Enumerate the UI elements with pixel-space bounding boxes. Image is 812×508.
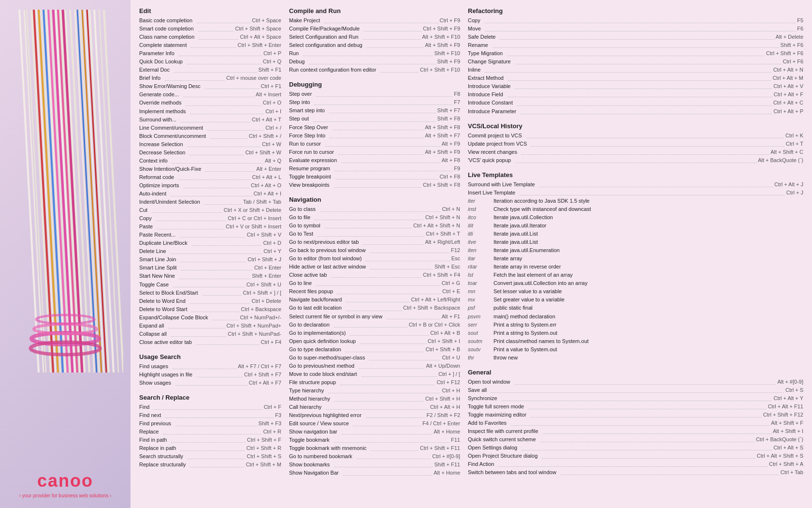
- table-row: Navigate back/forwardCtrl + Alt + Left/R…: [289, 296, 460, 304]
- shortcut-name: Go to previous/next method: [289, 362, 357, 370]
- lt-description: Check type with instanceof and downcast: [490, 205, 803, 213]
- shortcut-name: Paste Recent...: [139, 231, 178, 239]
- table-row: Step outShift + F8: [289, 115, 460, 123]
- shortcut-key: Ctrl + Shift + F12: [763, 411, 803, 419]
- table-row: Go to previous/next methodAlt + Up/Down: [289, 362, 460, 370]
- shortcut-key: Ctrl + X or Shift + Delete: [224, 206, 281, 214]
- lt-description: public static final: [490, 304, 803, 312]
- shortcut-name: Go back to previous tool window: [289, 246, 368, 254]
- table-row: Introduce ParameterCtrl + Alt + P: [468, 107, 803, 116]
- shortcut-name: Delete to Word Start: [139, 305, 190, 314]
- table-row: Show bookmarksShift + F11: [289, 461, 460, 469]
- shortcut-key: F6: [797, 25, 803, 33]
- table-row: Smart code completionCtrl + Shift + Spac…: [139, 25, 281, 33]
- debugging-section: Debugging Step overF8Step intoF7Smart st…: [289, 81, 460, 189]
- lt-description: Print class/method names to System.out: [490, 337, 803, 345]
- shortcut-key: Tab / Shift + Tab: [243, 198, 281, 206]
- refactoring-rows: CopyF5MoveF6Safe DeleteAlt + DeleteRenam…: [468, 16, 803, 116]
- shortcut-key: Ctrl + Alt + Y: [773, 394, 803, 403]
- table-row: Close active editor tabCtrl + F4: [139, 338, 281, 346]
- shortcut-key: Shift + F11: [434, 461, 460, 469]
- shortcut-name: Show navigation bar: [289, 428, 340, 436]
- lt-abbreviation: thr: [468, 354, 490, 362]
- shortcut-key: Shift + Esc: [435, 263, 460, 271]
- shortcut-name: Run to cursor: [289, 140, 324, 148]
- shortcut-key: F2 / Shift + F2: [427, 411, 460, 419]
- shortcut-key: F5: [797, 16, 803, 25]
- shortcut-name: File structure popup: [289, 378, 339, 387]
- shortcut-name: Increase Selection: [139, 140, 186, 149]
- table-row: Go to lineCtrl + G: [289, 279, 460, 287]
- shortcut-name: Go to Test: [289, 230, 316, 238]
- live-template-row: itcoIterate java.util.Collection: [468, 213, 803, 222]
- shortcut-key: Ctrl + NumPad+/-: [240, 314, 281, 322]
- shortcut-name: Toggle breakpoint: [289, 173, 334, 181]
- lt-description: Iterate java.util.Collection: [490, 213, 803, 222]
- search-replace-section: Search / Replace FindCtrl + FFind nextF3…: [139, 394, 281, 469]
- shortcut-key: Ctrl + Shift + F8: [423, 181, 460, 189]
- shortcut-key: F9: [454, 164, 460, 173]
- table-row: Evaluate expressionAlt + F8: [289, 156, 460, 164]
- table-row: Toggle bookmark with mnemonicCtrl + Shif…: [289, 444, 460, 452]
- table-row: Complete statementCtrl + Shift + Enter: [139, 41, 281, 49]
- table-row: Go to super-method/super-classCtrl + U: [289, 354, 460, 362]
- shortcut-name: 'VCS' quick popup: [468, 156, 514, 164]
- table-row: Replace in pathCtrl + Shift + R: [139, 444, 281, 452]
- table-row: View recent changesAlt + Shift + C: [468, 148, 803, 156]
- lt-description: Iterate array in reverse order: [490, 263, 803, 271]
- table-row: RenameShift + F6: [468, 41, 803, 49]
- live-template-row: itveIterate java.util.List: [468, 238, 803, 246]
- shortcut-name: Insert Live Template: [468, 189, 518, 197]
- shortcut-key: Ctrl + G: [442, 279, 460, 287]
- table-row: Inspect file with current profileAlt + S…: [468, 427, 803, 435]
- table-row: Go to implementation(s)Ctrl + Alt + B: [289, 329, 460, 337]
- shortcut-name: Synchronize: [468, 394, 500, 403]
- shortcut-name: Go to super-method/super-class: [289, 354, 368, 362]
- table-row: Toggle bookmarkF11: [289, 436, 460, 444]
- table-row: Safe DeleteAlt + Delete: [468, 33, 803, 41]
- table-row: Block Comment/uncommentCtrl + Shift + /: [139, 132, 281, 140]
- shortcut-name: Introduce Variable: [468, 82, 513, 90]
- shortcut-name: Surround with Live Template: [468, 180, 538, 189]
- table-row: Delete to Word StartCtrl + Backspace: [139, 305, 281, 314]
- shortcut-key: Shift + F7: [437, 106, 460, 115]
- shortcut-key: Alt + Right/Left: [425, 238, 460, 246]
- shortcut-key: Ctrl + Alt + H: [430, 403, 460, 411]
- table-row: Extract MethodCtrl + Alt + M: [468, 74, 803, 82]
- table-row: Optimize importsCtrl + Alt + O: [139, 181, 281, 190]
- refactoring-title: Refactoring: [468, 7, 803, 15]
- lt-description: Print a string to System.err: [490, 321, 803, 329]
- shortcut-key: Ctrl + Shift + T: [426, 230, 460, 238]
- table-row: Go to last edit locationCtrl + Shift + B…: [289, 304, 460, 312]
- table-row: Run context configuration from editorCtr…: [289, 66, 460, 74]
- shortcut-name: Basic code completion: [139, 16, 195, 25]
- shortcut-name: Open tool window: [468, 378, 513, 386]
- table-row: Recent files popupCtrl + E: [289, 287, 460, 296]
- table-row: PasteCtrl + V or Shift + Insert: [139, 223, 281, 231]
- shortcut-name: Open Settings dialog: [468, 444, 520, 452]
- shortcut-name: Surround with...: [139, 116, 179, 124]
- shortcut-name: Evaluate expression: [289, 156, 340, 164]
- shortcut-key: Ctrl + S: [785, 386, 803, 394]
- shortcut-name: Resume program: [289, 164, 333, 173]
- canoo-logo-section: canoo › your provider for business web s…: [19, 471, 112, 498]
- shortcut-name: Quick switch current scheme: [468, 435, 539, 444]
- general-rows: Open tool windowAlt + #[0-9]Save allCtrl…: [468, 378, 803, 477]
- shortcut-key: Ctrl + Shift + N: [425, 213, 460, 222]
- lt-abbreviation: toar: [468, 279, 490, 287]
- shortcut-name: Delete Line: [139, 247, 169, 255]
- shortcut-key: Ctrl + H: [442, 387, 460, 395]
- shortcut-name: Make Project: [289, 16, 323, 25]
- lt-description: Convert java.util.Collection into an arr…: [490, 279, 803, 287]
- table-row: Select Configuration and RunAlt + Shift …: [289, 33, 460, 41]
- shortcut-name: Show Error/Warning Desc: [139, 82, 203, 90]
- shortcut-key: Alt + Shift + F9: [425, 148, 460, 156]
- shortcut-key: Ctrl + Shift + Enter: [238, 41, 281, 49]
- table-row: Call hierarchyCtrl + Alt + H: [289, 403, 460, 411]
- shortcut-name: Recent files popup: [289, 287, 336, 296]
- refactoring-section: Refactoring CopyF5MoveF6Safe DeleteAlt +…: [468, 7, 803, 116]
- shortcut-key: F12: [451, 246, 460, 254]
- lt-description: throw new: [490, 354, 803, 362]
- edit-title: Edit: [139, 7, 281, 15]
- table-row: Collapse allCtrl + Shift + NumPad-: [139, 330, 281, 338]
